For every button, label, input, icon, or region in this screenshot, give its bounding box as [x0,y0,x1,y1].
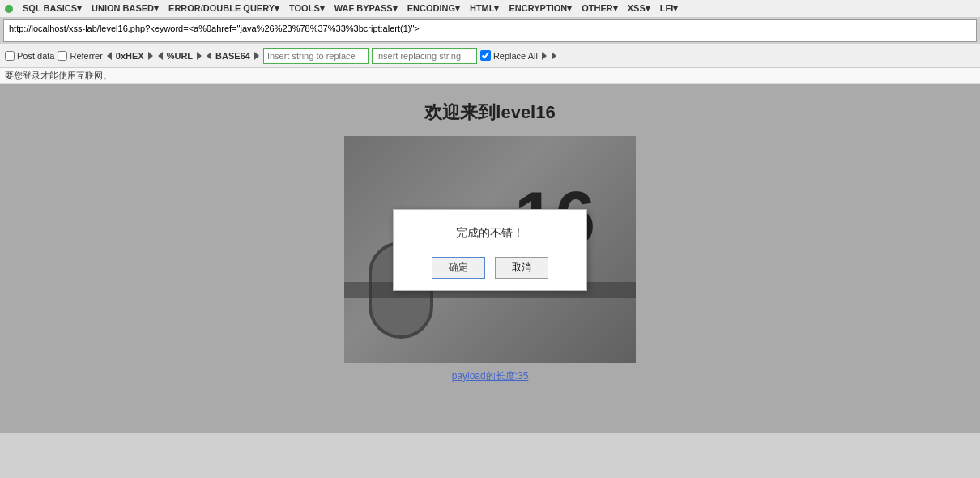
hex-label: 0xHEX [116,51,144,61]
menu-item-tools[interactable]: TOOLS▾ [284,3,330,14]
replace-all-label: Replace All [493,51,538,61]
dialog: 完成的不错！ 确定 取消 [393,209,587,291]
replace-all-checkbox[interactable] [480,50,491,61]
menu-item-html[interactable]: HTML▾ [465,3,505,14]
insert-string-input[interactable] [263,48,369,64]
menu-item-waf-bypass[interactable]: WAF BYPASS▾ [330,3,403,14]
replace-all-check[interactable]: Replace All [480,50,538,61]
base64-arrow-left-icon [207,52,211,60]
insert-replacing-input[interactable] [372,48,477,64]
replace-arrow-right2-icon [552,52,556,60]
postdata-check[interactable]: Post data [5,51,54,61]
menu-item-other[interactable]: OTHER▾ [577,3,623,14]
main-content: 欢迎来到level16 16 完成的不错！ 确定 取消 payload的长度:3… [0,84,980,433]
toolbar: Post data Referrer 0xHEX %URL BASE64 Rep… [0,44,980,68]
menu-item-encoding[interactable]: ENCODING▾ [403,3,465,14]
level-image: 16 完成的不错！ 确定 取消 [344,136,636,363]
status-bar: 要您登录才能使用互联网。 [0,68,980,84]
status-message: 要您登录才能使用互联网。 [5,70,112,80]
url-arrow-left-icon [158,52,163,60]
referrer-label: Referrer [70,51,102,61]
menu-item-error-double-query[interactable]: ERROR/DOUBLE QUERY▾ [164,3,284,14]
menu-item-encryption[interactable]: ENCRYPTION▾ [505,3,577,14]
url-arrow-right-icon [197,52,202,60]
status-dot [5,5,13,13]
menu-item-sql-basics[interactable]: SQL BASICS▾ [18,3,87,14]
hex-arrow-right-icon [148,52,153,60]
payload-link[interactable]: payload的长度:35 [452,369,529,383]
url-bar[interactable]: http://localhost/xss-lab/level16.php?key… [3,19,977,42]
hex-arrow-left-icon [107,52,112,60]
referrer-checkbox[interactable] [58,51,67,61]
dialog-message: 完成的不错！ [407,226,573,241]
url-label: %URL [167,51,193,61]
menu-bar: SQL BASICS▾ UNION BASED▾ ERROR/DOUBLE QU… [0,0,980,18]
page-title: 欢迎来到level16 [424,100,555,125]
base64-arrow-right-icon [254,52,259,60]
base64-label: BASE64 [215,51,250,61]
cancel-button[interactable]: 取消 [495,257,548,279]
postdata-checkbox[interactable] [5,51,15,61]
postdata-label: Post data [17,51,54,61]
menu-item-xss[interactable]: XSS▾ [623,3,655,14]
confirm-button[interactable]: 确定 [432,257,485,279]
menu-item-union-based[interactable]: UNION BASED▾ [87,3,164,14]
menu-item-lfi[interactable]: LFI▾ [655,3,684,14]
dialog-overlay: 完成的不错！ 确定 取消 [344,136,636,363]
dialog-buttons: 确定 取消 [407,257,573,279]
referrer-check[interactable]: Referrer [58,51,102,61]
replace-arrow-right-icon [542,52,547,60]
